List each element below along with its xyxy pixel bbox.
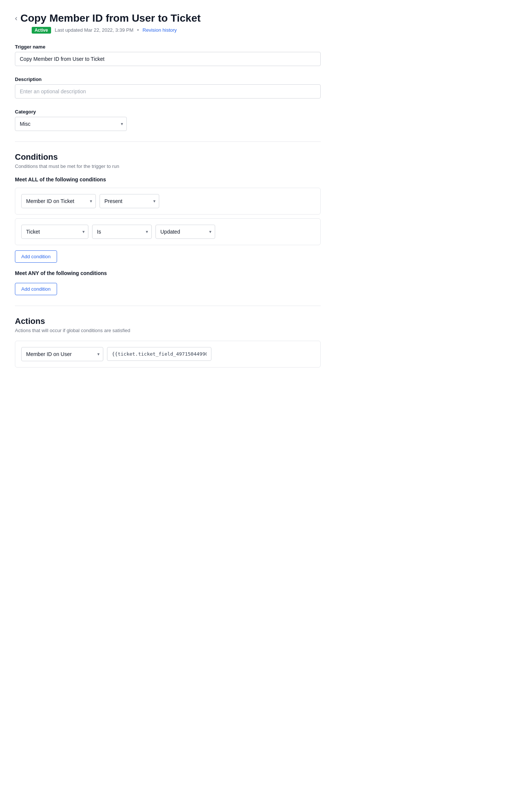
category-select-wrapper: Misc General Sales Support ▾ [15, 117, 127, 131]
actions-title: Actions [15, 316, 321, 326]
condition-1-field-select[interactable]: Member ID on Ticket Ticket Status Priori… [21, 194, 96, 208]
condition-2-field-select[interactable]: Ticket Member ID on Ticket Status Priori… [21, 225, 88, 239]
category-section: Category Misc General Sales Support ▾ [15, 109, 321, 131]
page-title: Copy Member ID from User to Ticket [21, 12, 201, 25]
condition-2-value-select[interactable]: Updated Created Solved Closed [155, 225, 215, 239]
condition-2-field-wrapper: Ticket Member ID on Ticket Status Priori… [21, 225, 88, 239]
description-section: Description [15, 76, 321, 99]
action-1-field-select[interactable]: Member ID on User Member ID on Ticket St… [21, 347, 103, 361]
conditions-section: Conditions Conditions that must be met f… [15, 152, 321, 295]
action-row-1: Member ID on User Member ID on Ticket St… [15, 341, 321, 368]
actions-subtitle: Actions that will occur if global condit… [15, 328, 321, 333]
meet-all-title: Meet ALL of the following conditions [15, 177, 321, 182]
add-condition-all-label: Add condition [21, 254, 51, 259]
active-badge: Active [32, 27, 51, 34]
action-1-field-wrapper: Member ID on User Member ID on Ticket St… [21, 347, 103, 361]
meet-any-title: Meet ANY of the following conditions [15, 270, 321, 276]
condition-1-field-wrapper: Member ID on Ticket Ticket Status Priori… [21, 194, 96, 208]
trigger-name-label: Trigger name [15, 44, 321, 50]
conditions-subtitle: Conditions that must be met for the trig… [15, 163, 321, 169]
actions-section: Actions Actions that will occur if globa… [15, 316, 321, 368]
category-select[interactable]: Misc General Sales Support [15, 117, 127, 131]
add-condition-all-button[interactable]: Add condition [15, 250, 57, 263]
category-label: Category [15, 109, 321, 115]
condition-2-operator-wrapper: Is Is Not Present Not Present ▾ [92, 225, 152, 239]
condition-2-value-wrapper: Updated Created Solved Closed ▾ [155, 225, 215, 239]
add-condition-any-label: Add condition [21, 286, 51, 292]
status-row: Active Last updated Mar 22, 2022, 3:39 P… [32, 27, 201, 34]
condition-2-operator-select[interactable]: Is Is Not Present Not Present [92, 225, 152, 239]
divider-1 [15, 141, 321, 142]
last-updated-text: Last updated Mar 22, 2022, 3:39 PM [55, 27, 133, 33]
separator: • [137, 27, 139, 33]
description-label: Description [15, 76, 321, 82]
condition-row-2: Ticket Member ID on Ticket Status Priori… [15, 218, 321, 245]
add-condition-any-button[interactable]: Add condition [15, 283, 57, 295]
divider-2 [15, 306, 321, 306]
action-1-value-input[interactable] [107, 347, 211, 361]
back-arrow-icon[interactable]: ‹ [15, 14, 18, 22]
meet-any-section: Meet ANY of the following conditions Add… [15, 270, 321, 295]
condition-row-1: Member ID on Ticket Ticket Status Priori… [15, 188, 321, 215]
conditions-title: Conditions [15, 152, 321, 162]
page-header: ‹ Copy Member ID from User to Ticket Act… [15, 12, 321, 34]
description-input[interactable] [15, 84, 321, 99]
condition-1-operator-select[interactable]: Present Not Present Is Is Not [100, 194, 159, 208]
meet-all-section: Meet ALL of the following conditions Mem… [15, 177, 321, 263]
revision-history-link[interactable]: Revision history [142, 27, 177, 33]
trigger-name-input[interactable] [15, 52, 321, 66]
trigger-name-section: Trigger name [15, 44, 321, 66]
condition-1-operator-wrapper: Present Not Present Is Is Not ▾ [100, 194, 159, 208]
